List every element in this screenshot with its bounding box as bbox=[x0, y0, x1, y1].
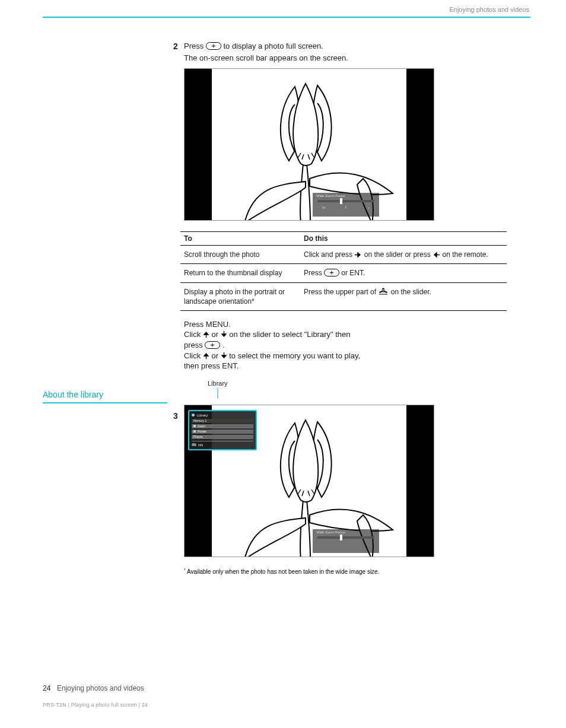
s3-2b: or bbox=[211, 330, 220, 339]
scrollbar-track: W T + bbox=[317, 200, 374, 202]
lib-last-icon bbox=[192, 443, 196, 446]
step2-line1: Press to display a photo full screen. bbox=[184, 42, 513, 51]
instr-row1-right: Click and press on the slider or press o… bbox=[300, 246, 507, 264]
figure2-right-bar bbox=[406, 405, 434, 557]
arrow-down-icon bbox=[221, 352, 227, 360]
step3-line5: then press ENT. bbox=[184, 361, 513, 371]
s3-2c: on the slider to select "Library" then bbox=[229, 330, 350, 339]
instr-row3-left: Display a photo in the portrait or lands… bbox=[180, 282, 300, 310]
lib-item-icon bbox=[193, 430, 196, 433]
figure-fullscreen-photo: Wide Zoom Focus W T + bbox=[184, 68, 434, 221]
arrow-up-icon bbox=[203, 352, 209, 360]
list-item: Memory 1 bbox=[192, 419, 253, 423]
enter-button-icon bbox=[206, 42, 221, 50]
footnote: * Available only when the photo has not … bbox=[184, 568, 513, 575]
list-item: Info bbox=[192, 443, 253, 447]
step3-line2: Click or on the slider to select "Librar… bbox=[184, 329, 513, 340]
r3l: Display a photo in the portrait or lands… bbox=[184, 288, 285, 306]
figure1-left-bar bbox=[185, 69, 212, 220]
s3-3a: press bbox=[184, 341, 205, 349]
instruction-table: To Do this Scroll through the photo Clic… bbox=[180, 231, 507, 311]
instr-col-to: To bbox=[180, 232, 300, 246]
r2b: or ENT. bbox=[341, 269, 365, 277]
list-item: Picture bbox=[192, 435, 253, 439]
library-pointer: Library bbox=[184, 375, 513, 399]
r3-footnote-ref: * bbox=[252, 297, 255, 306]
step-number-3: 3 bbox=[173, 411, 178, 421]
scrollbar-handle bbox=[340, 198, 342, 204]
side-heading-library-text: About the library bbox=[43, 390, 103, 399]
step3-line4: Click or to select the memory you want t… bbox=[184, 351, 513, 361]
r2a: Press bbox=[304, 269, 324, 277]
arrow-right-icon bbox=[354, 252, 362, 258]
instr-row2-right: Press or ENT. bbox=[300, 264, 507, 282]
step-number-2: 2 bbox=[173, 42, 178, 51]
arrow-up-icon bbox=[203, 330, 209, 338]
scrollbar-label: Wide Zoom Focus bbox=[313, 529, 379, 535]
onscreen-scrollbar: Wide Zoom Focus bbox=[313, 529, 379, 553]
table-row: Display a photo in the portrait or lands… bbox=[180, 282, 507, 310]
footer-section: Enjoying photos and videos bbox=[57, 684, 144, 692]
pointer-line-icon bbox=[215, 388, 221, 399]
r1b: on the slider or press bbox=[364, 250, 433, 259]
header-section-title: Enjoying photos and videos bbox=[449, 6, 529, 13]
library-title-dot-icon bbox=[192, 414, 195, 417]
s3-2a: Click bbox=[184, 330, 203, 339]
instr-row2-left: Return to the thumbnail display bbox=[180, 264, 300, 282]
top-rule bbox=[43, 17, 530, 18]
step2-line2: The on-screen scroll bar appears on the … bbox=[184, 53, 513, 63]
lib-last-text: Info bbox=[198, 443, 203, 447]
lib-item-1: Zoom bbox=[198, 424, 205, 428]
library-overlay-title: Library bbox=[197, 414, 208, 417]
s3-4b: or bbox=[211, 351, 220, 360]
library-overlay-panel: Library Memory 1 Zoom Rotate Picture bbox=[188, 410, 257, 450]
s3-4c: to select the memory you want to play, bbox=[229, 351, 360, 360]
arrow-left-icon bbox=[433, 252, 440, 258]
step3-block: Press MENU. Click or on the slider to se… bbox=[184, 319, 513, 371]
scrollbar-label: Wide Zoom Focus bbox=[313, 193, 379, 199]
step3-line1: Press MENU. bbox=[184, 319, 513, 330]
library-separator bbox=[192, 441, 253, 441]
table-row: Scroll through the photo Click and press… bbox=[180, 246, 507, 264]
enter-button-icon bbox=[205, 341, 220, 349]
lib-item-2: Rotate bbox=[198, 430, 206, 433]
s3-4a: Click bbox=[184, 351, 203, 360]
step2-line1a: Press bbox=[184, 42, 206, 50]
footnote-text: Available only when the photo has not be… bbox=[186, 568, 380, 575]
page-number: 24 bbox=[43, 684, 50, 692]
lib-item-3: Picture bbox=[193, 435, 203, 438]
figure1-center: Wide Zoom Focus W T + bbox=[212, 69, 406, 220]
library-label: Library bbox=[208, 380, 228, 387]
s3-3b: . bbox=[222, 341, 225, 349]
scrollbar-tick-w: W bbox=[322, 206, 326, 209]
scrollbar-handle bbox=[340, 535, 342, 541]
side-heading-library: About the library bbox=[43, 389, 167, 403]
scrollbar-tick-plus: + bbox=[367, 206, 370, 209]
r1a: Click and press bbox=[304, 250, 354, 259]
arrow-down-icon bbox=[221, 330, 227, 338]
instr-row1-left: Scroll through the photo bbox=[180, 246, 300, 264]
figure-library-overlay: Wide Zoom Focus Library Memory 1 bbox=[184, 405, 434, 557]
list-item: Zoom bbox=[192, 424, 253, 428]
scrollbar-tick-t: T bbox=[345, 206, 347, 209]
table-row: Return to the thumbnail display Press or… bbox=[180, 264, 507, 282]
library-overlay-title-row: Library bbox=[192, 414, 253, 417]
slider-top-icon bbox=[378, 287, 389, 295]
step2-line1b: to display a photo full screen. bbox=[223, 42, 323, 50]
manual-page: Enjoying photos and videos 2 About the l… bbox=[0, 0, 566, 728]
r3b: on the slider. bbox=[391, 288, 431, 296]
scrollbar-track bbox=[317, 536, 374, 539]
r3a: Press the upper part of bbox=[304, 288, 378, 296]
r1c: on the remote. bbox=[442, 250, 488, 259]
lib-item-0: Memory 1 bbox=[193, 419, 206, 422]
onscreen-scrollbar: Wide Zoom Focus W T + bbox=[313, 193, 379, 217]
enter-button-icon bbox=[324, 269, 339, 276]
list-item: Rotate bbox=[192, 430, 253, 434]
pdf-footer: PRS-T2N | Playing a photo full screen | … bbox=[43, 702, 148, 708]
figure1-right-bar bbox=[406, 69, 434, 220]
content-column: Press to display a photo full screen. Th… bbox=[184, 18, 513, 575]
step3-line3: press . bbox=[184, 340, 513, 351]
instr-row3-right: Press the upper part of on the slider. bbox=[300, 282, 507, 310]
lib-item-icon bbox=[193, 425, 196, 427]
instr-col-do: Do this bbox=[300, 232, 507, 246]
